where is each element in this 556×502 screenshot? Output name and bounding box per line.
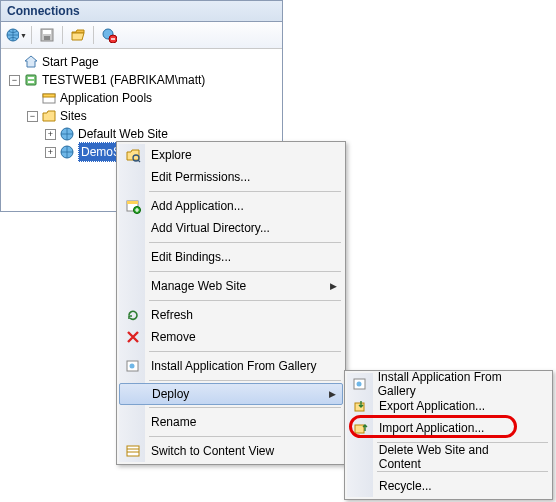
chevron-right-icon: ▶ [330,281,337,291]
save-button[interactable] [36,25,58,45]
menu-switch-view[interactable]: Switch to Content View [119,440,343,462]
menu-deploy[interactable]: Deploy ▶ [119,383,343,405]
tree-label: Sites [60,107,87,125]
delete-connection-button[interactable] [98,25,120,45]
menu-label: Recycle... [379,479,432,493]
refresh-icon [123,306,143,324]
menu-install-gallery[interactable]: Install Application From Gallery [119,355,343,377]
collapse-icon[interactable]: − [27,111,38,122]
svg-rect-2 [43,30,51,34]
submenu-import-app[interactable]: Import Application... [347,417,550,439]
gallery-icon [351,375,370,393]
menu-label: Add Virtual Directory... [151,221,270,235]
svg-point-21 [357,382,362,387]
menu-manage-site[interactable]: Manage Web Site ▶ [119,275,343,297]
menu-label: Add Application... [151,199,244,213]
tree-sites[interactable]: − Sites [3,107,280,125]
home-icon [23,54,39,70]
menu-label: Refresh [151,308,193,322]
server-icon [23,72,39,88]
menu-label: Edit Bindings... [151,250,231,264]
tree-label: Start Page [42,53,99,71]
svg-rect-15 [127,201,138,204]
export-icon [351,397,371,415]
menu-rename[interactable]: Rename [119,411,343,433]
gallery-icon [123,357,143,375]
menu-explore[interactable]: Explore [119,144,343,166]
menu-label: Import Application... [379,421,484,435]
tree-server[interactable]: − TESTWEB1 (FABRIKAM\matt) [3,71,280,89]
menu-remove[interactable]: Remove [119,326,343,348]
menu-edit-bindings[interactable]: Edit Bindings... [119,246,343,268]
svg-rect-3 [44,36,50,40]
content-view-icon [123,442,143,460]
submenu-recycle[interactable]: Recycle... [347,475,550,497]
context-menu: Explore Edit Permissions... Add Applicat… [116,141,346,465]
menu-label: Edit Permissions... [151,170,250,184]
menu-refresh[interactable]: Refresh [119,304,343,326]
app-pools-icon [41,90,57,106]
site-icon [59,126,75,142]
toolbar: ▼ [1,22,282,49]
submenu-install-gallery[interactable]: Install Application From Gallery [347,373,550,395]
deploy-submenu: Install Application From Gallery Export … [344,370,553,500]
menu-label: Install Application From Gallery [151,359,316,373]
svg-rect-19 [127,446,139,456]
folder-open-icon [70,27,86,43]
tree-label: Application Pools [60,89,152,107]
remove-icon [123,328,143,346]
menu-label: Remove [151,330,196,344]
menu-label: Install Application From Gallery [378,370,532,398]
tree-label: TESTWEB1 (FABRIKAM\matt) [42,71,205,89]
menu-label: Manage Web Site [151,279,246,293]
svg-rect-7 [28,77,34,79]
open-folder-button[interactable] [67,25,89,45]
menu-label: Deploy [152,387,189,401]
site-icon [59,144,75,160]
globe-remove-icon [101,27,117,43]
menu-label: Export Application... [379,399,485,413]
expand-icon[interactable]: + [45,129,56,140]
tree-start-page[interactable]: Start Page [3,53,280,71]
collapse-icon[interactable]: − [9,75,20,86]
menu-label: Explore [151,148,192,162]
menu-label: Rename [151,415,196,429]
tree-app-pools[interactable]: Application Pools [3,89,280,107]
svg-rect-6 [26,75,36,85]
sites-folder-icon [41,108,57,124]
globe-icon [5,27,19,43]
svg-rect-23 [355,425,364,433]
svg-rect-8 [28,81,34,83]
menu-add-virtual-dir[interactable]: Add Virtual Directory... [119,217,343,239]
explore-icon [123,146,143,164]
import-icon [351,419,371,437]
svg-rect-10 [43,94,55,97]
svg-rect-22 [355,403,364,411]
menu-edit-permissions[interactable]: Edit Permissions... [119,166,343,188]
chevron-right-icon: ▶ [329,389,336,399]
save-icon [39,27,55,43]
submenu-delete-site[interactable]: Delete Web Site and Content [347,446,550,468]
add-app-icon [123,197,143,215]
submenu-export-app[interactable]: Export Application... [347,395,550,417]
expand-icon[interactable]: + [45,147,56,158]
menu-add-application[interactable]: Add Application... [119,195,343,217]
menu-label: Switch to Content View [151,444,274,458]
svg-point-18 [130,364,135,369]
menu-label: Delete Web Site and Content [379,443,532,471]
panel-title: Connections [1,1,282,22]
connect-button[interactable]: ▼ [5,25,27,45]
